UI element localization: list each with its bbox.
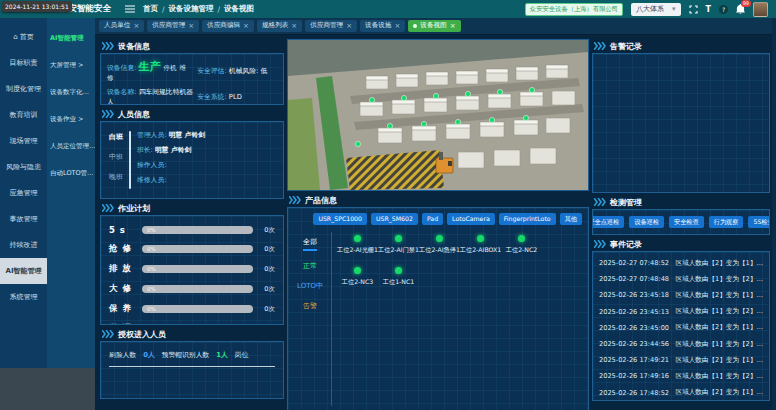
work-plan-row: 微 调0%0次 [109,323,275,325]
factory-3d-view[interactable] [287,39,589,191]
sidebar-item-risk-hazard[interactable]: 风险与隐患 [0,154,47,180]
status-dot-green [477,235,484,242]
tab-supplier-edit[interactable]: 供应商编辑× [202,20,254,32]
close-icon[interactable]: × [188,22,194,30]
close-icon[interactable]: × [394,22,400,30]
sidebar-item-education-training[interactable]: 教育培训 [0,102,47,128]
device-item[interactable]: 工位2-AI急停1 [419,235,460,255]
other-button[interactable]: 其他 [560,213,582,225]
pad-button[interactable]: Pad [422,213,443,225]
authorized-stats-row: 刷脸人数 0人 预警帽识别人数 1人 岗位 [107,348,277,366]
event-row[interactable]: 2025-02-26 17:49:21区域人数由【2】变为【1】… [599,352,763,368]
close-icon[interactable]: × [291,22,297,30]
equipment-inspection-button[interactable]: 设备巡检 [629,216,664,228]
usr-sm602-button[interactable]: USR_SM602 [371,213,418,225]
tab-supplier-mgmt-1[interactable]: 供应商管理× [147,20,199,32]
breadcrumb-home[interactable]: 首页 [143,4,158,14]
breadcrumb-section[interactable]: 设备设施管理 [169,4,214,14]
manager-field: 管理人员: 明慧 卢铃剑 [137,130,279,140]
sidebar-item-site-mgmt[interactable]: 现场管理 [0,128,47,154]
sidebar-item-system-mgmt[interactable]: 系统管理 [0,284,47,310]
work-plan-panel: 作业计划 5 s0%0次 抢 修0%0次 排 放0%0次 大 修0%0次 保 养… [100,201,284,325]
fullscreen-icon[interactable] [689,5,698,14]
tab-spec-list[interactable]: 规格列表× [257,20,302,32]
usr-spc1000-button[interactable]: USR_SPC1000 [313,213,367,225]
sidebar-item-accident-mgmt[interactable]: 事故管理 [0,206,47,232]
submenu-item-ai-smart-mgmt[interactable]: AI智能管理 [47,25,95,52]
status-filters: 全部 正常 LOTO中 告警 [294,232,326,406]
panel-title: 检测管理 [610,197,642,208]
close-icon[interactable]: × [450,22,456,30]
company-badge: 众安安全设备（上海）有限公司 [525,3,623,16]
notification-bell-icon[interactable]: 99 [736,4,745,14]
filter-loto[interactable]: LOTO中 [297,281,323,291]
sidebar-item-emergency-mgmt[interactable]: 应急管理 [0,180,47,206]
event-row[interactable]: 2025-02-26 17:49:16区域人数由【1】变为【2】… [599,368,763,384]
product-toolbar: USR_SPC1000 USR_SM602 Pad LotoCamera Fin… [294,213,582,225]
sidebar-item-home[interactable]: ⌂ 首页 [0,24,47,50]
filter-all[interactable]: 全部 [303,237,317,251]
device-item[interactable]: 工位1-NC1 [378,267,419,287]
sidebar-item-ai-smart-mgmt[interactable]: AI智能管理 [0,258,47,284]
shift-divider [129,131,131,189]
device-item[interactable]: 工位2-NC2 [501,235,542,255]
sidebar-item-institutional-mgmt[interactable]: 制度化管理 [0,76,47,102]
device-item[interactable]: 工位2-AIBOX1 [460,235,501,255]
sidebar-item-continuous-improvement[interactable]: 持续改进 [0,232,47,258]
submenu-item-device-operation[interactable]: 设备作业 > [47,106,95,133]
user-avatar[interactable] [753,2,768,17]
face-scan-count: 0人 [143,350,155,360]
device-item[interactable]: 工位2-NC3 [337,267,378,287]
event-records-panel: 事件记录 2025-02-27 07:48:52区域人数由【2】变为【1】… 2… [592,237,770,401]
vertical-scrollbar[interactable] [772,18,776,410]
close-icon[interactable]: × [346,22,352,30]
filter-normal[interactable]: 正常 [303,261,317,271]
tab-personnel-unit[interactable]: 人员单位× [99,20,144,32]
font-size-icon[interactable]: T [706,5,711,14]
tab-device-view[interactable]: 设备视图× [408,20,460,32]
event-row[interactable]: 2025-02-27 07:48:48区域人数由【1】变为【2】… [599,271,763,287]
filter-alarm[interactable]: 告警 [303,301,317,311]
tab-supplier-mgmt-2[interactable]: 供应商管理× [305,20,357,32]
sidebar-collapse-area[interactable] [0,368,95,410]
device-item[interactable]: 工位2-AI光栅1 [337,235,378,255]
event-row[interactable]: 2025-02-26 23:44:56区域人数由【1】变为【2】… [599,336,763,352]
work-plan-row: 大 修0%0次 [109,283,275,295]
event-row[interactable]: 2025-02-26 23:45:18区域人数由【2】变为【1】… [599,287,763,303]
shift-tab-night[interactable]: 晚班 [109,172,123,182]
panel-arrows-icon [594,42,606,50]
five-s-check-button[interactable]: 5S检查 [748,216,770,228]
shift-tab-day[interactable]: 白班 [109,132,123,142]
secondary-sidebar: AI智能管理 大屏管理 > 设备数字化… 设备作业 > 人员定位管理… 自动LO… [47,18,95,410]
alarm-records-list [592,53,770,193]
event-row[interactable]: 2025-02-27 07:48:52区域人数由【2】变为【1】… [599,255,763,271]
close-icon[interactable]: × [243,22,249,30]
post-label: 岗位 [235,350,249,360]
main-area: 人员单位× 供应商管理× 供应商编辑× 规格列表× 供应商管理× 设备设施× 设… [95,18,776,410]
fingerprint-loto-button[interactable]: FingerprintLoto [499,213,556,225]
breadcrumb-page: 设备视图 [224,4,254,14]
safety-system-value: PLD [229,93,242,101]
tab-equipment-facility[interactable]: 设备设施× [360,20,405,32]
help-icon[interactable]: ? [719,5,728,14]
panel-title: 授权进入人员 [118,329,166,340]
panel-arrows-icon [102,204,114,212]
active-dot-icon [413,24,417,28]
event-row[interactable]: 2025-02-26 23:45:00区域人数由【2】变为【1】… [599,320,763,336]
loto-camera-button[interactable]: LotoCamera [447,213,495,225]
shift-tab-middle[interactable]: 中班 [109,152,123,162]
event-row[interactable]: 2025-02-26 23:45:13区域人数由【1】变为【2】… [599,304,763,320]
submenu-item-personnel-location[interactable]: 人员定位管理… [47,133,95,160]
submenu-item-device-digitalization[interactable]: 设备数字化… [47,79,95,106]
safety-spot-check-button[interactable]: 安全点巡检 [592,216,624,228]
hamburger-menu-icon[interactable] [125,5,135,13]
close-icon[interactable]: × [133,22,139,30]
submenu-item-auto-loto[interactable]: 自动LOTO管… [47,160,95,187]
event-row[interactable]: 2025-02-26 17:48:52区域人数由【2】变为【1】… [599,385,763,401]
submenu-item-screen-mgmt[interactable]: 大屏管理 > [47,52,95,79]
device-item[interactable]: 工位2-AI门禁1 [378,235,419,255]
system-select[interactable]: 八大体系 ▾ [631,3,681,16]
behavior-observation-button[interactable]: 行为观察 [709,216,744,228]
sidebar-item-goals-duties[interactable]: 目标职责 [0,50,47,76]
safety-inspection-button[interactable]: 安全检查 [669,216,704,228]
